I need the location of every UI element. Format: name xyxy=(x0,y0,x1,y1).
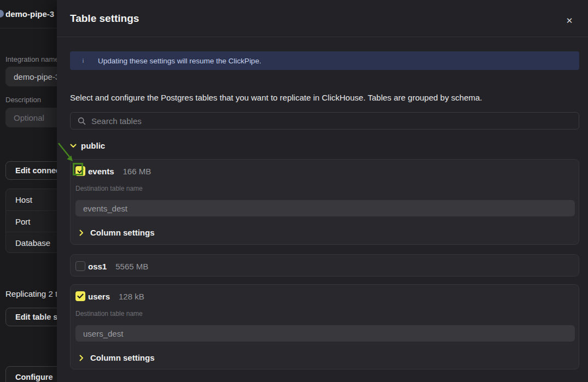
description-label: Description xyxy=(5,96,41,104)
destination-table-label: Destination table name xyxy=(75,310,143,318)
search-icon xyxy=(78,117,86,125)
table-size: 166 MB xyxy=(123,167,152,176)
chevron-right-icon xyxy=(79,230,84,236)
search-input[interactable] xyxy=(91,116,579,126)
close-icon[interactable]: ✕ xyxy=(563,14,576,27)
events-checkbox[interactable] xyxy=(75,166,85,176)
banner-text: Updating these settings will resume the … xyxy=(98,57,261,65)
chevron-right-icon xyxy=(79,355,84,361)
destination-table-label: Destination table name xyxy=(75,185,143,192)
table-card-events: events 166 MB Destination table name Col… xyxy=(70,159,579,245)
chevron-down-icon xyxy=(70,144,77,148)
schema-group-public[interactable]: public xyxy=(70,141,105,150)
table-settings-modal: Table settings ✕ i Updating these settin… xyxy=(57,0,588,382)
table-name: oss1 xyxy=(88,262,107,271)
table-card-users: users 128 kB Destination table name Colu… xyxy=(70,284,579,369)
column-settings-label: Column settings xyxy=(90,353,155,362)
oss1-checkbox[interactable] xyxy=(75,261,85,271)
info-icon: i xyxy=(80,57,86,64)
column-settings-label: Column settings xyxy=(90,228,155,237)
schema-name: public xyxy=(81,141,105,150)
search-box[interactable] xyxy=(70,112,579,130)
users-destination-input[interactable] xyxy=(75,325,575,342)
table-row: users 128 kB xyxy=(75,291,144,301)
resume-info-banner: i Updating these settings will resume th… xyxy=(70,51,579,70)
page-title: demo-pipe-3 xyxy=(5,9,54,19)
table-size: 128 kB xyxy=(119,292,144,301)
events-column-settings-toggle[interactable]: Column settings xyxy=(79,228,155,237)
table-name: events xyxy=(88,167,114,176)
integration-name-label: Integration name xyxy=(5,55,59,63)
users-checkbox[interactable] xyxy=(75,291,85,301)
table-name: users xyxy=(88,292,110,301)
modal-header: Table settings ✕ xyxy=(57,0,588,37)
intro-text: Select and configure the Postgres tables… xyxy=(70,93,482,102)
annotation-highlight xyxy=(73,163,83,175)
check-icon xyxy=(77,293,84,299)
users-column-settings-toggle[interactable]: Column settings xyxy=(79,353,155,362)
table-size: 5565 MB xyxy=(115,262,148,271)
table-row: events 166 MB xyxy=(75,166,151,176)
table-card-oss1: oss1 5565 MB xyxy=(70,254,579,277)
events-destination-input[interactable] xyxy=(75,200,575,216)
table-row: oss1 5565 MB xyxy=(75,261,148,271)
pipe-icon xyxy=(0,10,4,17)
modal-title: Table settings xyxy=(70,13,139,25)
